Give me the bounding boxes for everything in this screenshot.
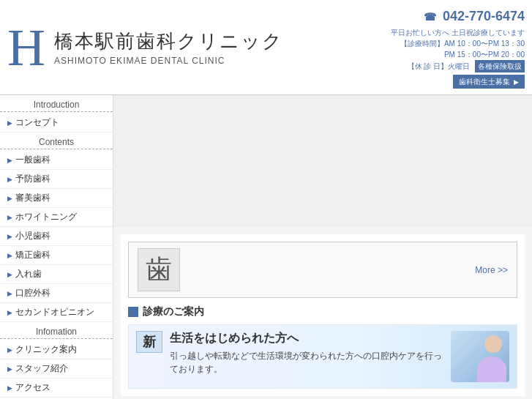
recruit-arrow-icon: ▶: [514, 78, 519, 86]
sidebar-item-oral-surgery[interactable]: ▶ 口腔外科: [0, 284, 113, 303]
sidebar-item-dentures[interactable]: ▶ 入れ歯: [0, 265, 113, 284]
sidebar-label: スタッフ紹介: [15, 362, 68, 375]
news-title: 生活をはじめられた方へ: [170, 331, 445, 346]
sidebar-item-general-dentistry[interactable]: ▶ 一般歯科: [0, 151, 113, 170]
sidebar-label: 口腔外科: [15, 287, 50, 299]
info-line2: 【診療時間】AM 10：00〜PM 13：30: [391, 38, 525, 49]
arrow-icon: ▶: [7, 271, 12, 278]
sidebar-label: 予防歯科: [15, 173, 50, 185]
recruit-label: 歯科衛生士募集: [459, 78, 510, 86]
person-head-shape: [484, 335, 502, 353]
sidebar-label: 矯正歯科: [15, 249, 50, 261]
header-contact-info: ☎ 042-770-6474 平日お忙しい方へ 土日祝診療しています 【診療時間…: [391, 6, 525, 89]
sidebar-label: 入れ歯: [15, 268, 42, 280]
news-image: [451, 331, 509, 382]
section-title: 診療のご案内: [143, 305, 204, 318]
arrow-icon: ▶: [7, 157, 12, 164]
phone-icon: ☎: [424, 11, 436, 23]
sidebar-item-preventive[interactable]: ▶ 予防歯科: [0, 170, 113, 189]
news-new-badge: 新: [136, 331, 162, 353]
info-line3: PM 15：00〜PM 20：00: [391, 49, 525, 60]
arrow-icon: ▶: [7, 365, 12, 373]
arrow-icon: ▶: [7, 214, 12, 221]
main-content: 歯 More >> 診療のご案内 新 生活をはじめられた方へ 引っ越しや転勤など…: [113, 95, 532, 399]
sidebar-label: 一般歯科: [15, 154, 50, 166]
phone-digits: 042-770-6474: [443, 9, 525, 23]
logo-text: 橋本駅前歯科クリニック ASHIMOTO EKIMAE DENTAL CLINI…: [54, 29, 391, 66]
insurance-badge: 各種保険取扱: [475, 60, 525, 72]
sidebar-label: ホワイトニング: [15, 211, 77, 223]
news-box: 新 生活をはじめられた方へ 引っ越しや転勤などで生活環境が変わられた方への口腔内…: [128, 324, 517, 389]
person-body-shape: [477, 357, 506, 382]
sidebar-item-access[interactable]: ▶ アクセス: [0, 379, 113, 398]
arrow-icon: ▶: [7, 290, 12, 297]
sidebar-label: 小児歯科: [15, 230, 50, 242]
info-line4: 【休 診 日】火曜日 各種保険取扱: [391, 60, 525, 72]
arrow-icon: ▶: [7, 384, 12, 392]
arrow-icon: ▶: [7, 195, 12, 202]
more-link[interactable]: More >>: [475, 265, 508, 275]
arrow-icon: ▶: [7, 119, 12, 127]
phone-number: ☎ 042-770-6474: [391, 6, 525, 27]
arrow-icon: ▶: [7, 233, 12, 240]
sidebar-item-orthodontic[interactable]: ▶ 矯正歯科: [0, 246, 113, 265]
sidebar-item-whitening[interactable]: ▶ ホワイトニング: [0, 208, 113, 227]
clinic-name-en: ASHIMOTO EKIMAE DENTAL CLINIC: [54, 56, 391, 66]
site-header: H 橋本駅前歯科クリニック ASHIMOTO EKIMAE DENTAL CLI…: [0, 0, 532, 95]
sidebar-item-staff[interactable]: ▶ スタッフ紹介: [0, 359, 113, 379]
sidebar-label: セカンドオピニオン: [15, 306, 94, 318]
sidebar-label: クリニック案内: [15, 343, 77, 356]
main-layout: Introduction ▶ コンセプト Contents ▶ 一般歯科 ▶ 予…: [0, 95, 532, 399]
arrow-icon: ▶: [7, 252, 12, 259]
sidebar-label: 審美歯科: [15, 192, 50, 204]
section-heading: 診療のご案内: [128, 305, 517, 318]
info-line1: 平日お忙しい方へ 土日祝診療しています: [391, 27, 525, 38]
header-info-block: 平日お忙しい方へ 土日祝診療しています 【診療時間】AM 10：00〜PM 13…: [391, 27, 525, 89]
tooth-box: 歯 More >>: [128, 242, 517, 298]
section-square-icon: [128, 307, 138, 317]
arrow-icon: ▶: [7, 346, 12, 354]
news-body: 引っ越しや転勤などで生活環境が変わられた方への口腔内ケアを行っております。: [170, 349, 445, 376]
decorative-person-image: [451, 331, 509, 382]
sidebar-concept-label: コンセプト: [15, 116, 59, 129]
logo-h-letter: H: [7, 21, 45, 74]
sidebar: Introduction ▶ コンセプト Contents ▶ 一般歯科 ▶ 予…: [0, 95, 113, 399]
sidebar-item-clinic-info[interactable]: ▶ クリニック案内: [0, 340, 113, 359]
sidebar-item-concept[interactable]: ▶ コンセプト: [0, 113, 113, 133]
sidebar-introduction-heading: Introduction: [0, 95, 113, 112]
sidebar-item-second-opinion[interactable]: ▶ セカンドオピニオン: [0, 303, 113, 322]
clinic-name-jp: 橋本駅前歯科クリニック: [54, 29, 391, 54]
content-inner: 歯 More >> 診療のご案内 新 生活をはじめられた方へ 引っ越しや転勤など…: [121, 234, 525, 396]
news-content: 生活をはじめられた方へ 引っ越しや転勤などで生活環境が変わられた方への口腔内ケア…: [170, 331, 445, 376]
arrow-icon: ▶: [7, 309, 12, 316]
recruit-button[interactable]: 歯科衛生士募集 ▶: [453, 75, 525, 89]
arrow-icon: ▶: [7, 176, 12, 183]
sidebar-infomation-heading: Infomation: [0, 322, 113, 339]
sidebar-item-aesthetic[interactable]: ▶ 審美歯科: [0, 189, 113, 208]
sidebar-label: アクセス: [15, 381, 50, 394]
sidebar-contents-heading: Contents: [0, 133, 113, 149]
sidebar-item-pediatric[interactable]: ▶ 小児歯科: [0, 227, 113, 246]
tooth-character: 歯: [138, 248, 180, 291]
